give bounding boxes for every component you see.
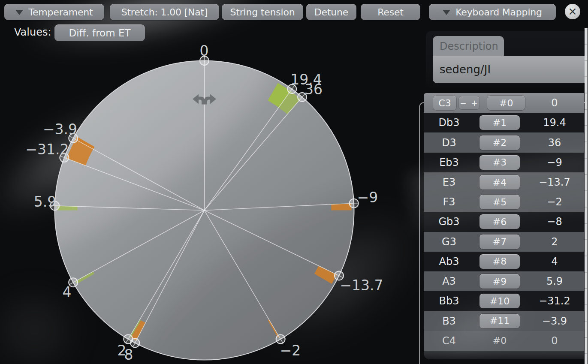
values-label: Values:	[14, 26, 51, 38]
note-name: E3	[424, 176, 474, 188]
temperament-window: Temperament Stretch: 1.00 [Nat] String t…	[0, 0, 588, 364]
table-row-F3[interactable]: F3#5−2	[424, 192, 584, 212]
deviation-value: 5.9	[525, 275, 584, 287]
table-row-Ab3[interactable]: Ab3#84	[424, 252, 584, 271]
note-name: Gb3	[424, 216, 474, 228]
table-row-Gb3[interactable]: Gb3#6−8	[424, 212, 584, 232]
note-name: Db3	[424, 117, 474, 129]
note-mapping-table: C3− +#00Db3#119.4D3#236Eb3#3−9E3#4−13.7F…	[424, 93, 584, 359]
deviation-value: −31.2	[525, 295, 584, 307]
note-name: Eb3	[424, 156, 474, 168]
stretch-button[interactable]: Stretch: 1.00 [Nat]	[110, 4, 219, 20]
note-name: C4	[424, 335, 474, 347]
note-name: Ab3	[424, 256, 474, 268]
description-field[interactable]: sedeng/JI	[433, 56, 588, 83]
deviation-value: −8	[525, 216, 584, 228]
note-cell: C3− +#0	[424, 96, 525, 110]
table-row-B3[interactable]: B3#11−3.9	[424, 311, 584, 331]
deviation-label-F3: −2	[280, 342, 301, 359]
deviation-label-E3: −13.7	[340, 277, 383, 294]
deviation-label-D3: 36	[305, 81, 323, 98]
description-panel: Description sedeng/JI	[426, 31, 588, 90]
table-row-G3[interactable]: G3#72	[424, 232, 584, 252]
mapping-table-rows: C3− +#00Db3#119.4D3#236Eb3#3−9E3#4−13.7F…	[424, 93, 584, 351]
index-badge[interactable]: #4	[479, 175, 520, 190]
detune-button[interactable]: Detune	[306, 4, 356, 20]
note-name: G3	[424, 236, 474, 248]
temperament-circle: 019.436−9−13.7−28245.9−31.2−3.9	[0, 0, 429, 364]
deviation-value: 0	[525, 97, 584, 109]
deviation-label-A3: 5.9	[34, 193, 56, 210]
index-badge[interactable]: #11	[479, 314, 520, 328]
table-row-C4[interactable]: C4#00	[424, 331, 584, 351]
note-name: D3	[424, 137, 474, 149]
index-badge[interactable]: #0	[487, 96, 525, 110]
deviation-value: 4	[525, 256, 584, 268]
table-row-D3[interactable]: D3#236	[424, 132, 584, 152]
index-badge[interactable]: #7	[479, 235, 520, 249]
chevron-down-icon	[443, 10, 450, 15]
index-badge[interactable]: #10	[479, 294, 520, 308]
table-row-Db3[interactable]: Db3#119.4	[424, 113, 584, 132]
deviation-value: −9	[525, 156, 584, 168]
deviation-label-Bb3: −31.2	[25, 141, 69, 158]
deviation-label-G3: 2	[118, 342, 127, 359]
index-badge[interactable]: #5	[479, 195, 520, 209]
deviation-label-B3: −3.9	[43, 121, 77, 138]
tab-description: Description	[433, 36, 504, 57]
note-button[interactable]: C3	[433, 96, 456, 110]
index-badge: #0	[479, 334, 520, 348]
reset-button[interactable]: Reset	[361, 4, 420, 20]
deviation-label-Ab3: 4	[63, 284, 72, 301]
note-name: A3	[424, 275, 474, 287]
index-badge[interactable]: #8	[479, 254, 520, 269]
deviation-label-C3: 0	[200, 42, 209, 59]
deviation-value: −3.9	[525, 315, 584, 327]
index-badge[interactable]: #1	[479, 115, 520, 130]
temperament-label: Temperament	[28, 7, 93, 18]
deviation-label-Eb3: −9	[357, 189, 378, 206]
index-badge[interactable]: #6	[479, 214, 520, 229]
table-row-A3[interactable]: A3#95.9	[424, 271, 584, 291]
keyboard-mapping-dropdown-button[interactable]: Keyboard Mapping	[429, 4, 556, 20]
deviation-value: 0	[525, 335, 584, 347]
temperament-dropdown-button[interactable]: Temperament	[4, 4, 104, 20]
values-mode-button[interactable]: Diff. from ET	[54, 24, 145, 41]
note-name: Bb3	[424, 295, 474, 307]
string-tension-button[interactable]: String tension	[222, 4, 303, 20]
table-row-Bb3[interactable]: Bb3#10−31.2	[424, 291, 584, 311]
deviation-value: 19.4	[525, 117, 584, 129]
deviation-value: 36	[525, 137, 584, 149]
table-row-C3[interactable]: C3− +#00	[424, 93, 584, 113]
deviation-value: −2	[525, 196, 584, 208]
chevron-down-icon	[15, 10, 23, 15]
table-footer	[424, 351, 584, 359]
index-badge[interactable]: #3	[479, 155, 520, 170]
table-row-Eb3[interactable]: Eb3#3−9	[424, 153, 584, 172]
octave-minus-plus-button[interactable]: − +	[459, 96, 479, 109]
index-badge[interactable]: #2	[479, 135, 520, 150]
deviation-value: 2	[525, 236, 584, 248]
index-badge[interactable]: #9	[479, 274, 520, 289]
note-name: B3	[424, 315, 474, 327]
deviation-value: −13.7	[525, 176, 584, 188]
table-row-E3[interactable]: E3#4−13.7	[424, 172, 584, 192]
note-name: F3	[424, 196, 474, 208]
close-button[interactable]: ✕	[565, 4, 580, 19]
close-icon: ✕	[568, 6, 577, 17]
